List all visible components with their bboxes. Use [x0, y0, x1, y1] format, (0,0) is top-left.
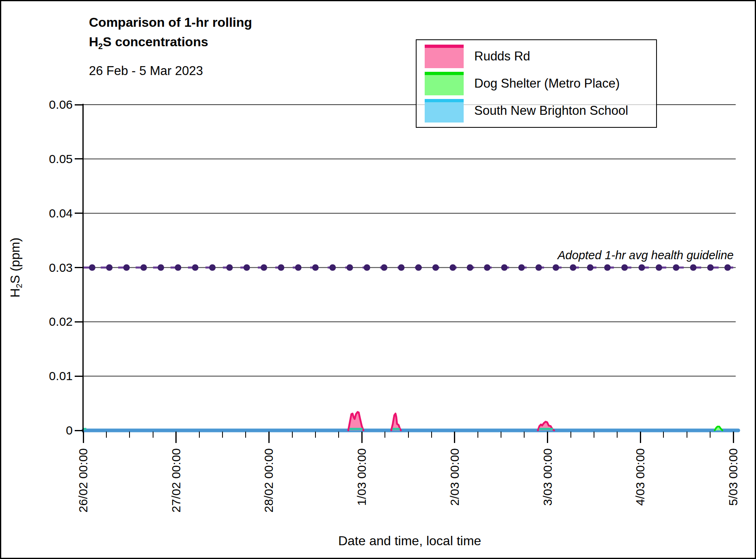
guideline-dot	[639, 264, 645, 271]
guideline-dot	[484, 264, 490, 271]
guideline-dot	[553, 264, 559, 271]
x-tick-minor	[408, 432, 409, 438]
guideline-dot	[312, 264, 319, 271]
x-tick-major	[361, 432, 363, 443]
x-tick-label: 1/03 00:00	[355, 448, 369, 506]
guideline-dot	[89, 264, 95, 271]
x-tick-label: 5/03 00:00	[726, 448, 740, 506]
legend-item: South New Brighton School	[425, 99, 648, 123]
x-tick-major	[268, 432, 270, 443]
x-tick-minor	[617, 432, 618, 438]
y-tick-label: 0	[36, 423, 73, 438]
y-tick	[75, 213, 83, 214]
guideline-dot	[449, 264, 456, 271]
x-tick-minor	[292, 432, 293, 438]
chart-subtitle: 26 Feb - 5 Mar 2023	[89, 63, 203, 79]
y-tick	[75, 158, 83, 159]
x-tick-minor	[687, 432, 687, 438]
chart-figure: Comparison of 1-hr rolling H2S concentra…	[0, 0, 756, 559]
x-tick-minor	[338, 432, 339, 438]
guideline-dot	[244, 264, 250, 271]
guideline-dot	[278, 264, 284, 271]
x-tick-minor	[153, 432, 153, 438]
guideline-dot	[587, 264, 594, 271]
y-axis-title-box: H2S (ppm)	[7, 105, 25, 430]
guideline-dot	[226, 264, 233, 271]
x-tick-minor	[222, 432, 223, 438]
x-tick-minor	[594, 432, 594, 438]
guideline-dot	[398, 264, 404, 271]
x-tick-label: 28/02 00:00	[262, 448, 276, 512]
legend-label: Dog Shelter (Metro Place)	[474, 76, 620, 91]
guideline-dot	[347, 264, 353, 271]
guideline-dot	[158, 264, 164, 271]
x-axis-title: Date and time, local time	[247, 533, 572, 548]
x-tick-major	[454, 432, 455, 443]
x-tick-label: 27/02 00:00	[169, 448, 183, 512]
x-tick-label: 2/03 00:00	[448, 448, 462, 506]
y-tick	[75, 376, 83, 377]
x-tick-minor	[431, 432, 432, 438]
x-tick-minor	[663, 432, 664, 438]
y-tick	[75, 321, 83, 322]
guideline-dot	[209, 264, 216, 271]
legend: Rudds RdDog Shelter (Metro Place)South N…	[416, 39, 657, 128]
x-tick-minor	[315, 432, 316, 438]
x-tick-major	[640, 432, 641, 443]
guideline-dot	[364, 264, 370, 271]
x-tick-major	[733, 432, 734, 443]
guideline-dot	[467, 264, 473, 271]
guideline-dot	[175, 264, 181, 271]
y-tick	[75, 104, 83, 105]
guideline-dot	[690, 264, 697, 271]
guideline-dot	[295, 264, 302, 271]
legend-swatch	[425, 72, 464, 95]
x-tick-major	[547, 432, 548, 443]
guideline-dot	[381, 264, 387, 271]
legend-label: Rudds Rd	[474, 49, 530, 64]
chart-title-line2: H2S concentrations	[89, 32, 252, 56]
guideline-dot	[724, 264, 731, 271]
y-axis-title: H2S (ppm)	[8, 238, 24, 298]
x-tick-minor	[501, 432, 501, 438]
x-tick-label: 4/03 00:00	[633, 448, 647, 506]
y-axis-line	[82, 104, 84, 432]
guideline-label: Adopted 1-hr avg health guideline	[557, 249, 734, 262]
guideline-dot	[673, 264, 679, 271]
guideline-dot	[106, 264, 112, 271]
y-tick-label: 0.05	[36, 152, 73, 166]
x-tick-minor	[384, 432, 385, 438]
x-tick-minor	[477, 432, 478, 438]
guideline-dot	[192, 264, 199, 271]
x-tick-minor	[570, 432, 571, 438]
guideline-dot	[415, 264, 422, 271]
guideline-dot	[123, 264, 130, 271]
x-tick-minor	[524, 432, 525, 438]
x-tick-minor	[199, 432, 200, 438]
x-tick-minor	[129, 432, 130, 438]
y-tick-label: 0.01	[36, 369, 73, 383]
chart-title-line1: Comparison of 1-hr rolling	[89, 13, 252, 32]
plot-area	[83, 105, 737, 430]
x-tick-minor	[710, 432, 711, 438]
legend-item: Rudds Rd	[425, 45, 648, 68]
guideline-dot	[656, 264, 662, 271]
x-tick-major	[175, 432, 177, 443]
guideline-dot	[707, 264, 714, 271]
legend-label: South New Brighton School	[474, 103, 628, 118]
y-tick-label: 0.02	[36, 314, 73, 329]
x-tick-minor	[245, 432, 246, 438]
x-tick-label: 3/03 00:00	[541, 448, 555, 506]
guideline-dot	[501, 264, 508, 271]
guideline-dot	[621, 264, 628, 271]
guideline-dot	[140, 264, 147, 271]
chart-title: Comparison of 1-hr rolling H2S concentra…	[89, 13, 252, 56]
y-tick-label: 0.04	[36, 206, 73, 221]
y-tick	[75, 267, 83, 268]
guideline-dot	[261, 264, 267, 271]
guideline-dot	[570, 264, 576, 271]
x-tick-major	[83, 432, 84, 443]
guideline-dot	[536, 264, 542, 271]
legend-swatch	[425, 99, 464, 123]
y-tick-label: 0.03	[36, 260, 73, 275]
